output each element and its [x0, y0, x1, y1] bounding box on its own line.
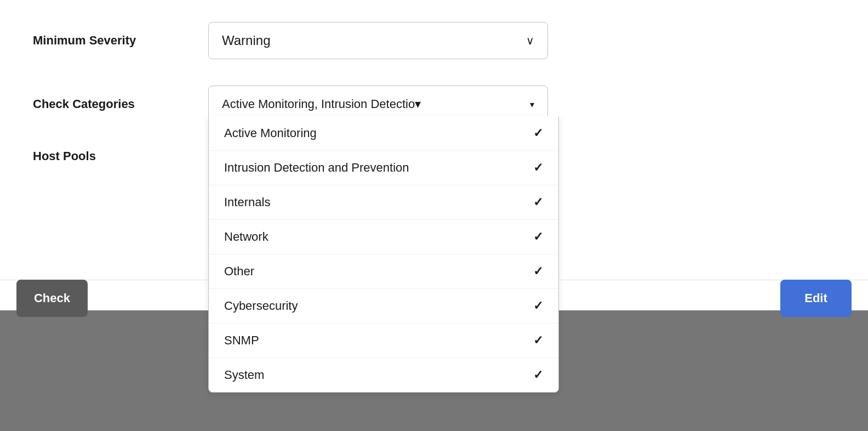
dropdown-item[interactable]: Intrusion Detection and Prevention✓ [209, 151, 558, 185]
check-button[interactable]: Check [16, 280, 88, 317]
severity-select-value: Warning [222, 33, 270, 48]
dropdown-item[interactable]: Network✓ [209, 220, 558, 254]
minimum-severity-row: Minimum Severity Warning ∨ [33, 22, 835, 59]
checkmark-icon: ✓ [533, 299, 543, 313]
host-pools-label: Host Pools [33, 149, 208, 163]
checkmark-icon: ✓ [533, 195, 543, 209]
severity-select[interactable]: Warning ∨ [208, 22, 548, 59]
categories-dropdown: Active Monitoring✓Intrusion Detection an… [208, 116, 559, 393]
chevron-down-icon: ∨ [526, 34, 534, 47]
dropdown-item[interactable]: System✓ [209, 358, 558, 392]
dropdown-item-label: Cybersecurity [224, 299, 298, 313]
checkmark-icon: ✓ [533, 368, 543, 382]
check-categories-label: Check Categories [33, 97, 208, 111]
checkmark-icon: ✓ [533, 126, 543, 140]
dropdown-item-label: Other [224, 264, 254, 279]
dropdown-item[interactable]: Internals✓ [209, 185, 558, 220]
checkmark-icon: ✓ [533, 161, 543, 175]
dropdown-item[interactable]: Cybersecurity✓ [209, 289, 558, 324]
dropdown-item[interactable]: SNMP✓ [209, 324, 558, 358]
categories-select-value: Active Monitoring, Intrusion Detectio▾ [222, 97, 421, 111]
page-container: Minimum Severity Warning ∨ Check Categor… [0, 0, 868, 431]
edit-button[interactable]: Edit [780, 280, 852, 317]
checkmark-icon: ✓ [533, 264, 543, 279]
dropdown-item[interactable]: Other✓ [209, 254, 558, 289]
dropdown-item-label: Network [224, 230, 269, 244]
dropdown-item-label: Active Monitoring [224, 126, 317, 140]
dropdown-item-label: Internals [224, 195, 270, 209]
dropdown-item-label: System [224, 368, 264, 382]
dropdown-item[interactable]: Active Monitoring✓ [209, 116, 558, 151]
dropdown-item-label: Intrusion Detection and Prevention [224, 161, 409, 175]
checkmark-icon: ✓ [533, 230, 543, 244]
checkmark-icon: ✓ [533, 333, 543, 348]
triangle-down-icon: ▾ [530, 99, 534, 110]
minimum-severity-label: Minimum Severity [33, 33, 208, 48]
dropdown-item-label: SNMP [224, 333, 259, 348]
